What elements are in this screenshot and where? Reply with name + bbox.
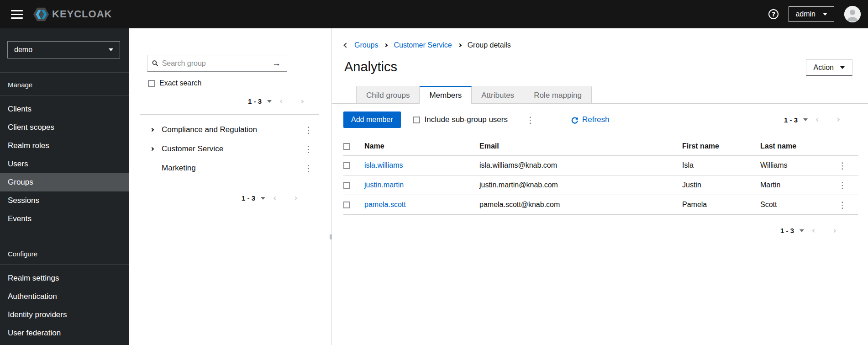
sidebar-item-user-federation[interactable]: User federation xyxy=(0,324,129,342)
user-dropdown[interactable]: admin xyxy=(789,6,834,22)
member-name-link[interactable]: justin.martin xyxy=(364,181,479,189)
tree-pagination-bottom: 1 - 3 xyxy=(129,194,305,202)
sidebar: demo Manage Clients Client scopes Realm … xyxy=(0,28,129,345)
breadcrumb-groups-link[interactable]: Groups xyxy=(354,41,378,49)
prev-page-button[interactable] xyxy=(808,118,828,121)
include-subgroup-checkbox[interactable] xyxy=(413,117,420,123)
table-row: isla.williams isla.williams@knab.com Isl… xyxy=(343,156,858,175)
chevron-right-icon[interactable] xyxy=(148,128,156,131)
sidebar-item-realm-settings[interactable]: Realm settings xyxy=(0,269,129,287)
kebab-menu-icon[interactable]: ⋮ xyxy=(302,164,315,173)
member-email: justin.martin@knab.com xyxy=(479,181,682,189)
next-page-button[interactable] xyxy=(285,197,305,200)
tabs: Child groups Members Attributes Role map… xyxy=(332,86,868,104)
chevron-down-icon xyxy=(800,229,804,232)
group-link[interactable]: Customer Service xyxy=(162,144,302,154)
hamburger-menu-icon[interactable] xyxy=(11,10,23,19)
tab-attributes[interactable]: Attributes xyxy=(472,86,524,103)
pagination-toggle[interactable]: 1 - 3 xyxy=(248,97,272,105)
next-page-button[interactable] xyxy=(824,229,844,232)
tree-pagination-top: 1 - 3 xyxy=(129,97,312,105)
exact-search-checkbox[interactable] xyxy=(148,80,155,87)
tree-row-compliance-and-regulation[interactable]: Compliance and Regulation ⋮ xyxy=(129,120,331,139)
exact-search-row: Exact search xyxy=(148,79,331,87)
manage-section-label: Manage xyxy=(0,73,129,95)
pagination-toggle[interactable]: 1 - 3 xyxy=(784,116,808,124)
refresh-button[interactable]: Refresh xyxy=(571,115,610,124)
member-first-name: Pamela xyxy=(682,201,760,209)
sidebar-item-identity-providers[interactable]: Identity providers xyxy=(0,306,129,324)
chevron-right-icon[interactable] xyxy=(148,148,156,150)
sidebar-item-client-scopes[interactable]: Client scopes xyxy=(0,118,129,137)
breadcrumb-current: Group details xyxy=(468,41,511,49)
tree-row-marketing[interactable]: Marketing ⋮ xyxy=(129,159,331,178)
search-submit-button[interactable]: → xyxy=(266,55,287,72)
member-last-name: Scott xyxy=(760,201,826,209)
kebab-menu-icon[interactable]: ⋮ xyxy=(524,116,537,124)
member-name-link[interactable]: pamela.scott xyxy=(364,201,479,209)
refresh-label: Refresh xyxy=(582,115,610,124)
row-checkbox[interactable] xyxy=(343,202,350,208)
kebab-menu-icon[interactable]: ⋮ xyxy=(826,161,858,170)
next-page-button[interactable] xyxy=(828,118,848,121)
search-group-input[interactable] xyxy=(162,59,261,68)
action-dropdown[interactable]: Action xyxy=(806,59,852,76)
prev-page-button[interactable] xyxy=(265,197,285,200)
sidebar-item-sessions[interactable]: Sessions xyxy=(0,191,129,210)
action-label: Action xyxy=(814,64,834,72)
keycloak-logo: KEYCLOAK xyxy=(33,7,112,21)
pagination-toggle[interactable]: 1 - 3 xyxy=(780,227,804,234)
col-header-first-name: First name xyxy=(682,142,760,150)
group-link[interactable]: Marketing xyxy=(162,164,302,173)
chevron-down-icon xyxy=(109,48,113,51)
divider xyxy=(140,114,319,115)
sidebar-item-realm-roles[interactable]: Realm roles xyxy=(0,137,129,155)
sidebar-item-authentication[interactable]: Authentication xyxy=(0,287,129,306)
prev-page-button[interactable] xyxy=(272,100,292,103)
prev-page-button[interactable] xyxy=(804,229,824,232)
table-row: pamela.scott pamela.scott@knab.com Pamel… xyxy=(343,195,858,215)
refresh-icon xyxy=(571,116,579,124)
chevron-right-icon xyxy=(458,44,461,47)
realm-selector[interactable]: demo xyxy=(7,41,120,58)
back-chevron-icon[interactable] xyxy=(343,42,348,48)
breadcrumb-parent-link[interactable]: Customer Service xyxy=(394,41,452,49)
configure-nav: Realm settings Authentication Identity p… xyxy=(0,265,129,342)
member-last-name: Martin xyxy=(760,181,826,189)
tab-child-groups[interactable]: Child groups xyxy=(356,86,420,103)
avatar[interactable] xyxy=(844,6,861,22)
members-toolbar: Add member Include sub-group users ⋮ Ref… xyxy=(343,111,868,128)
chevron-down-icon xyxy=(803,118,808,121)
sidebar-item-clients[interactable]: Clients xyxy=(0,100,129,118)
add-member-button[interactable]: Add member xyxy=(343,111,401,128)
kebab-menu-icon[interactable]: ⋮ xyxy=(826,201,858,209)
group-link[interactable]: Compliance and Regulation xyxy=(162,125,302,134)
sidebar-item-groups[interactable]: Groups xyxy=(0,173,129,191)
select-all-checkbox[interactable] xyxy=(343,143,350,150)
row-checkbox[interactable] xyxy=(343,182,350,189)
row-checkbox[interactable] xyxy=(343,162,350,169)
member-email: isla.williams@knab.com xyxy=(479,161,682,170)
sidebar-item-events[interactable]: Events xyxy=(0,210,129,228)
chevron-down-icon xyxy=(823,13,827,16)
next-page-button[interactable] xyxy=(292,100,312,103)
help-icon[interactable]: ? xyxy=(768,9,779,19)
tree-row-customer-service[interactable]: Customer Service ⋮ xyxy=(129,139,331,159)
member-name-link[interactable]: isla.williams xyxy=(364,161,479,170)
tab-role-mapping[interactable]: Role mapping xyxy=(524,86,592,103)
pagination-range: 1 - 3 xyxy=(242,194,255,202)
search-input-wrapper xyxy=(147,55,266,72)
kebab-menu-icon[interactable]: ⋮ xyxy=(302,145,315,154)
chevron-down-icon xyxy=(840,66,845,69)
chevron-down-icon xyxy=(267,100,272,103)
brand-text: KEYCLOAK xyxy=(52,8,112,20)
kebab-menu-icon[interactable]: ⋮ xyxy=(302,126,315,134)
members-pagination-bottom: 1 - 3 xyxy=(332,227,844,234)
sidebar-item-users[interactable]: Users xyxy=(0,155,129,173)
search-icon xyxy=(152,60,158,67)
table-header-row: Name Email First name Last name xyxy=(343,137,858,156)
pagination-toggle[interactable]: 1 - 3 xyxy=(242,194,265,202)
members-table: Name Email First name Last name isla.wil… xyxy=(343,137,858,215)
kebab-menu-icon[interactable]: ⋮ xyxy=(826,181,858,190)
tab-members[interactable]: Members xyxy=(420,86,472,104)
